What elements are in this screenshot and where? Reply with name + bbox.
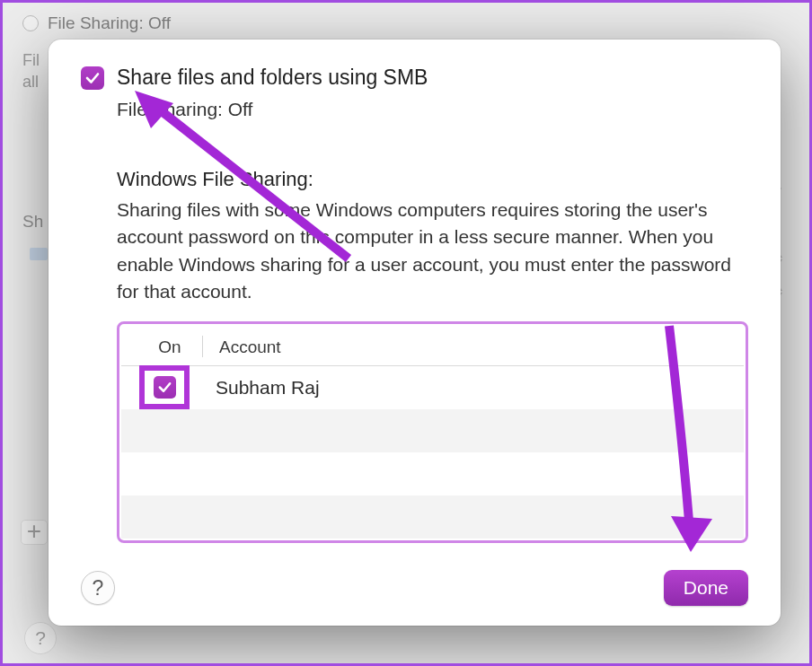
check-icon: [84, 70, 101, 86]
radio-icon: [22, 15, 39, 31]
help-icon: ?: [93, 576, 104, 600]
bg-file-sharing-label: File Sharing: Off: [48, 13, 171, 33]
windows-file-sharing-heading: Windows File Sharing:: [117, 168, 748, 191]
help-button[interactable]: ?: [81, 571, 115, 605]
bg-add-button: +: [21, 520, 48, 545]
column-header-account: Account: [208, 337, 281, 357]
windows-file-sharing-description: Sharing files with some Windows computer…: [117, 197, 748, 306]
table-row: Subham Raj: [121, 366, 744, 409]
done-button[interactable]: Done: [664, 570, 748, 606]
accounts-table: On Account Subham Raj: [117, 321, 748, 543]
column-header-on: On: [137, 337, 202, 357]
table-row: [121, 409, 744, 452]
folder-icon: [30, 248, 48, 260]
annotation-highlight: [139, 365, 190, 409]
column-separator: [202, 336, 203, 357]
table-header: On Account: [121, 326, 744, 366]
smb-options-sheet: Share files and folders using SMB File S…: [49, 39, 781, 626]
smb-share-label: Share files and folders using SMB: [117, 66, 428, 90]
check-icon: [157, 380, 172, 395]
bg-sh-label: Sh: [22, 212, 43, 232]
smb-share-checkbox[interactable]: [81, 66, 104, 90]
bg-file-sharing-radio-row: File Sharing: Off: [22, 13, 790, 33]
file-sharing-status: File Sharing: Off: [117, 99, 748, 120]
table-row: [121, 495, 744, 539]
bg-help-icon: ?: [24, 622, 57, 654]
table-row: [121, 452, 744, 495]
account-on-checkbox[interactable]: [154, 376, 176, 399]
account-name: Subham Raj: [205, 377, 320, 399]
